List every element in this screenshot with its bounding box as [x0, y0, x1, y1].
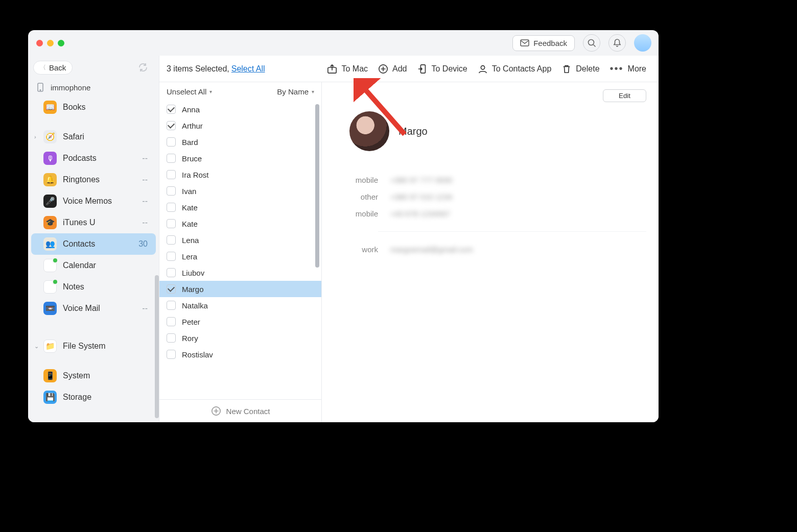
checkbox[interactable] [167, 170, 176, 179]
contact-row-name: Peter [182, 318, 200, 326]
contact-row[interactable]: Rory [159, 330, 321, 346]
sort-label: By Name [277, 87, 309, 96]
sidebar-item-voice-memos[interactable]: 🎤Voice Memos-- [31, 190, 156, 212]
sync-badge-icon [52, 257, 58, 263]
contact-row[interactable]: Kate [159, 215, 321, 232]
checkbox[interactable] [167, 268, 176, 277]
refresh-button[interactable] [135, 60, 151, 75]
chevron-left-icon: 〈 [40, 63, 46, 72]
contact-row-name: Bruce [182, 154, 202, 163]
sidebar-item-books[interactable]: 📖Books [31, 96, 156, 118]
sidebar-item-ringtones[interactable]: 🔔Ringtones-- [31, 169, 156, 190]
checkbox[interactable] [167, 284, 176, 294]
app-icon: 💾 [43, 391, 57, 404]
to-contacts-app-button[interactable]: To Contacts App [474, 62, 556, 76]
edit-label: Edit [619, 92, 630, 100]
titlebar: Feedback [28, 30, 659, 56]
sidebar-item-label: Voice Memos [63, 197, 112, 206]
contact-row[interactable]: Margo [159, 281, 321, 297]
back-button[interactable]: 〈 Back [33, 61, 73, 75]
delete-button[interactable]: Delete [557, 62, 603, 76]
sidebar-item-calendar[interactable]: 5Calendar [31, 255, 156, 276]
add-button[interactable]: Add [374, 62, 411, 76]
sidebar-item-notes[interactable]: Notes [31, 276, 156, 298]
sidebar-item-label: Contacts [63, 239, 95, 249]
contact-row[interactable]: Ira Rost [159, 166, 321, 183]
field-label: other [337, 192, 378, 201]
app-icon: 📁 [43, 340, 57, 353]
contact-row[interactable]: Lena [159, 232, 321, 248]
app-icon: 📖 [43, 101, 57, 114]
sidebar-item-label: Storage [63, 393, 91, 402]
sidebar-item-system[interactable]: 📱System [31, 365, 156, 386]
contact-row[interactable]: Bruce [159, 150, 321, 166]
contact-row[interactable]: Kate [159, 199, 321, 215]
app-icon: 5 [43, 259, 57, 272]
sidebar-item-label: iTunes U [63, 218, 95, 227]
new-contact-button[interactable]: New Contact [159, 399, 321, 422]
contact-row[interactable]: Arthur [159, 117, 321, 134]
sort-dropdown[interactable]: By Name ▾ [277, 87, 314, 96]
contact-row[interactable]: Lera [159, 248, 321, 264]
contact-row-name: Lera [182, 252, 197, 261]
select-all-link[interactable]: Select All [231, 64, 265, 74]
toolbar: 3 items Selected, Select All To Mac Add … [159, 56, 659, 82]
checkbox[interactable] [167, 235, 176, 245]
unselect-all-dropdown[interactable]: Unselect All ▾ [167, 87, 212, 96]
checkbox[interactable] [167, 121, 176, 130]
sidebar-item-safari[interactable]: ›🧭Safari [31, 126, 156, 148]
checkbox[interactable] [167, 203, 176, 212]
contact-row[interactable]: Peter [159, 313, 321, 330]
minimize-button[interactable] [47, 40, 54, 46]
contact-row[interactable]: Natalka [159, 297, 321, 313]
sidebar-item-count: -- [142, 154, 148, 163]
sidebar-item-label: Books [63, 103, 85, 112]
checkbox[interactable] [167, 137, 176, 147]
contact-row[interactable]: Ivan [159, 183, 321, 199]
search-button[interactable] [583, 34, 600, 52]
app-icon: 👥 [43, 237, 57, 251]
to-mac-button[interactable]: To Mac [323, 62, 372, 76]
sidebar-item-file-system[interactable]: ⌄📁File System [31, 335, 156, 357]
contact-row-name: Margo [182, 285, 204, 294]
device-row[interactable]: immophone [28, 80, 159, 96]
checkbox[interactable] [167, 186, 176, 196]
close-button[interactable] [36, 40, 43, 46]
contact-row-name: Ivan [182, 187, 196, 196]
delete-label: Delete [576, 64, 599, 74]
sidebar-scrollbar[interactable] [155, 275, 159, 418]
edit-button[interactable]: Edit [603, 89, 646, 102]
more-button[interactable]: ••• More [606, 61, 650, 77]
checkbox[interactable] [167, 317, 176, 326]
sidebar-item-contacts[interactable]: 👥Contacts30 [31, 233, 156, 255]
checkbox[interactable] [167, 219, 176, 228]
checkbox[interactable] [167, 333, 176, 343]
contact-row[interactable]: Bard [159, 134, 321, 150]
checkbox[interactable] [167, 154, 176, 163]
ellipsis-icon: ••• [610, 63, 624, 75]
feedback-button[interactable]: Feedback [512, 35, 575, 51]
contact-row[interactable]: Liubov [159, 264, 321, 281]
checkbox[interactable] [167, 350, 176, 359]
to-device-button[interactable]: To Device [413, 62, 472, 76]
sidebar-item-voice-mail[interactable]: 📼Voice Mail-- [31, 298, 156, 319]
list-scrollbar[interactable] [315, 104, 319, 268]
checkbox[interactable] [167, 252, 176, 261]
sidebar-item-label: Calendar [63, 261, 96, 270]
sidebar-item-podcasts[interactable]: 🎙Podcasts-- [31, 148, 156, 169]
field-label: mobile [337, 176, 378, 184]
account-avatar[interactable] [634, 34, 651, 52]
contact-row-name: Rory [182, 334, 198, 343]
contact-row[interactable]: Rostislav [159, 346, 321, 362]
sidebar-item-itunes-u[interactable]: 🎓iTunes U-- [31, 212, 156, 233]
contact-row[interactable]: Anna [159, 101, 321, 117]
sidebar-item-storage[interactable]: 💾Storage [31, 386, 156, 408]
export-icon [327, 64, 337, 74]
main-panel: 3 items Selected, Select All To Mac Add … [159, 56, 659, 422]
chevron-down-icon: ▾ [312, 89, 314, 94]
checkbox[interactable] [167, 301, 176, 310]
notifications-button[interactable] [608, 34, 626, 52]
checkbox[interactable] [167, 105, 176, 114]
field-value: +380 97 777 0000 [390, 176, 452, 184]
zoom-button[interactable] [58, 40, 64, 46]
